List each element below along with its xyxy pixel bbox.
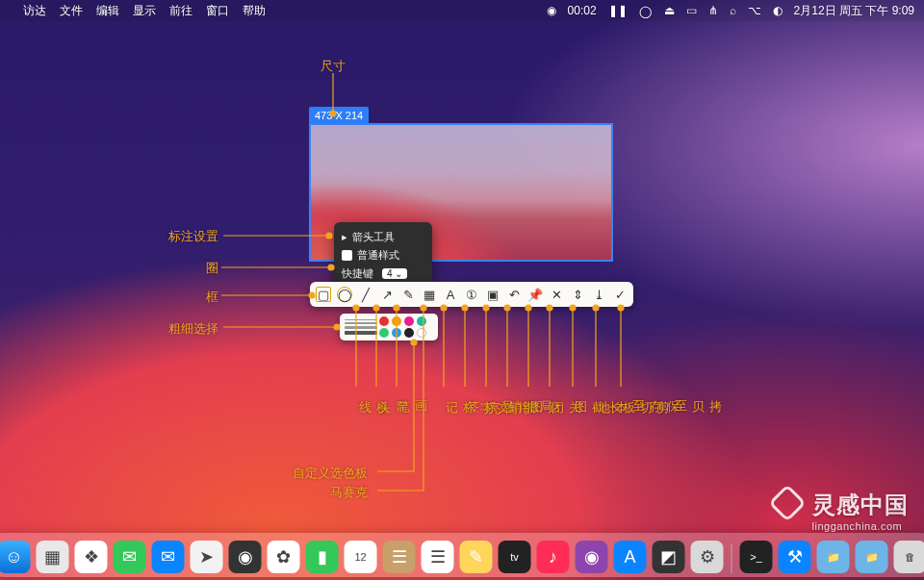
dock-settings[interactable]: ⚙ [691,541,724,573]
color-swatch[interactable] [404,328,414,338]
pause-icon[interactable]: ❚❚ [608,4,628,17]
watermark-logo-icon [768,484,807,522]
dock-facetime[interactable]: ▮ [306,541,339,573]
dock-mail[interactable]: ✉ [152,541,185,573]
tool-text[interactable]: A [443,287,458,302]
dock-maps[interactable]: ➤ [191,541,223,573]
dock-finder[interactable]: ☺ [0,541,31,573]
dock-launchpad[interactable]: ▦ [37,541,69,573]
tool-pen[interactable]: ✎ [400,287,416,302]
dock-camera[interactable]: ◉ [229,541,262,573]
tool-close[interactable]: ✕ [549,287,564,302]
thickness-picker[interactable] [345,319,377,335]
ann-palette: 自定义选色板 [293,465,368,482]
dock-folder1[interactable]: 📁 [817,541,850,573]
search-icon[interactable]: ⌕ [730,4,736,17]
ann-circle: 圈 [206,260,218,277]
dock: ☺▦❖✉✉➤◉✿▮12☰☰✎tv♪◉A◩⚙>_⚒📁📁🗑 [0,533,924,577]
color-swatch[interactable] [392,328,401,338]
menubar-status: ◉ 00:02 ❚❚ ◯ ⏏ ▭ ⋔ ⌕ ⌥ ◐ 2月12日 周五 下午 9:0… [547,3,914,19]
tool-popover: ▸ 箭头工具 普通样式 快捷键 4 ⌄ [334,222,432,289]
annotation-toolbar: ▢◯╱↗✎▦A①▣↶📌✕⇕⤓✓ [310,282,633,307]
tool-number[interactable]: ① [464,287,479,302]
watermark: 灵感中国 lingganchina.com [774,490,909,532]
record-icon[interactable]: ◉ [547,4,556,17]
menu-帮助[interactable]: 帮助 [243,3,266,19]
tool-mosaic[interactable]: ▦ [422,287,437,302]
ann-thickness: 粗细选择 [168,320,218,338]
color-swatch[interactable] [404,316,414,326]
dock-terminal[interactable]: >_ [740,541,773,573]
color-swatch[interactable] [379,328,389,338]
popover-title: ▸ 箭头工具 [342,228,424,246]
color-swatch[interactable] [417,328,426,338]
tool-line[interactable]: ╱ [358,287,373,302]
dock-appstore[interactable]: A [614,541,647,573]
dock-separator [732,544,732,573]
selection-size-badge: 473 X 214 [309,107,369,124]
ann-size: 尺寸 [321,58,346,75]
dock-xcode[interactable]: ⚒ [779,541,811,573]
menu-访达[interactable]: 访达 [23,3,46,19]
record-time: 00:02 [568,4,597,17]
callout-2: 画笔 [395,391,429,392]
status-circle-icon[interactable]: ◯ [639,5,653,16]
dock-music[interactable]: ♪ [537,541,570,573]
dock-calendar[interactable]: 12 [345,541,377,573]
dock-tv[interactable]: tv [499,541,531,573]
dock-reminders[interactable]: ☰ [422,541,454,573]
clock[interactable]: 2月12日 周五 下午 9:09 [794,3,914,19]
desktop: 访达文件编辑显示前往窗口帮助 ◉ 00:02 ❚❚ ◯ ⏏ ▭ ⋔ ⌕ ⌥ ◐ … [0,0,924,580]
tool-save[interactable]: ⤓ [591,287,606,302]
tool-arrow[interactable]: ↗ [379,287,395,302]
dock-screenshot[interactable]: ◩ [653,541,685,573]
menu-窗口[interactable]: 窗口 [206,3,229,19]
color-swatch[interactable] [379,316,389,326]
shortcut-key[interactable]: 4 ⌄ [382,268,407,279]
tool-copy[interactable]: ✓ [612,287,628,302]
menu-编辑[interactable]: 编辑 [96,3,119,19]
watermark-sub: lingganchina.com [812,520,909,532]
control-center-icon[interactable]: ⌥ [748,4,761,17]
style-label: 普通样式 [357,248,399,263]
color-swatch[interactable] [392,316,401,326]
tool-oval[interactable]: ◯ [337,287,352,302]
ann-mosaic: 马赛克 [330,484,368,501]
dock-safari[interactable]: ❖ [75,541,108,573]
tool-rect[interactable]: ▢ [316,287,331,302]
dock-folder2[interactable]: 📁 [856,541,888,573]
ann-box: 框 [206,289,218,306]
style-checkbox[interactable] [342,250,352,261]
tool-undo[interactable]: ↶ [506,287,522,302]
watermark-title: 灵感中国 [812,492,909,517]
menu-文件[interactable]: 文件 [60,3,83,19]
battery-icon[interactable]: ▭ [686,4,697,17]
color-swatches [379,316,427,338]
dock-podcasts[interactable]: ◉ [576,541,608,573]
menubar: 访达文件编辑显示前往窗口帮助 ◉ 00:02 ❚❚ ◯ ⏏ ▭ ⋔ ⌕ ⌥ ◐ … [0,0,924,21]
shortcut-label: 快捷键 [342,266,373,281]
menu-前往[interactable]: 前往 [169,3,192,19]
siri-icon[interactable]: ◐ [773,4,783,17]
ann-mark-settings: 标注设置 [168,228,218,245]
brush-panel [340,314,438,340]
lock-icon[interactable]: ⏏ [664,4,675,17]
callout-11: 拷贝至剪切板 [620,391,724,392]
dock-contacts[interactable]: ☰ [383,541,416,573]
color-swatch[interactable] [417,316,426,326]
dock-messages[interactable]: ✉ [114,541,146,573]
tool-pin[interactable]: 📌 [527,287,543,302]
tool-highlight[interactable]: ▣ [485,287,500,302]
dock-notes[interactable]: ✎ [460,541,493,573]
dock-bin[interactable]: 🗑 [894,541,925,573]
dock-photos[interactable]: ✿ [268,541,300,573]
menu-显示[interactable]: 显示 [133,3,156,19]
wifi-icon[interactable]: ⋔ [708,4,718,17]
tool-scrollshot[interactable]: ⇕ [570,287,585,302]
